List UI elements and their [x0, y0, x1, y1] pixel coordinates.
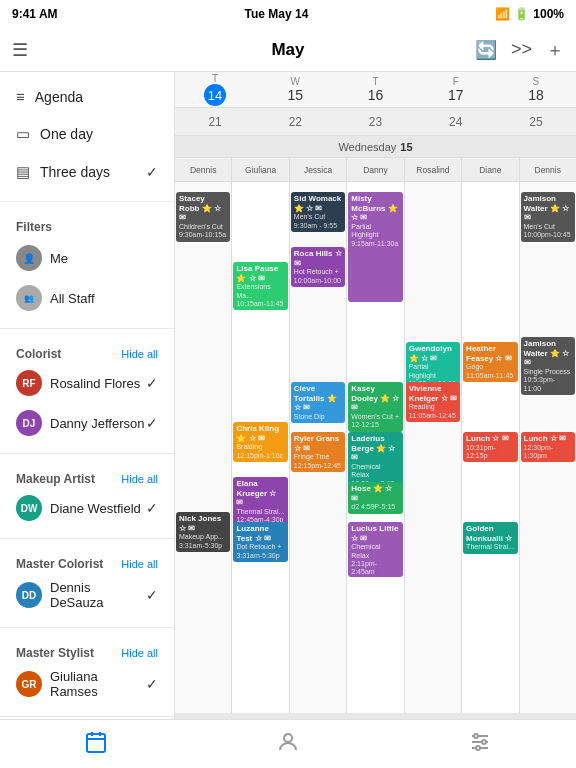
dennis-label: Dennis DeSauza — [50, 580, 146, 610]
tab-bar — [0, 719, 576, 768]
master-colorist-label: Master Colorist — [16, 557, 103, 571]
cal-col-1: Lisa Pause ⭐ ☆ ✉ Extensions Ma... 10:15a… — [232, 182, 289, 713]
appt-service: Partial Highlight — [351, 223, 399, 240]
appt-jamison-2[interactable]: Jamison Walter ⭐ ☆ ✉ Single Process 10:5… — [521, 337, 575, 395]
dennis-check: ✓ — [146, 587, 158, 603]
appt-name: Hose ⭐ ☆ ✉ — [351, 484, 399, 503]
master-stylist-giuliana[interactable]: GR Giuliana Ramses ✓ — [0, 662, 174, 706]
appt-time: 12:15pm-12:45 — [294, 462, 342, 470]
week-cell-14: T 14 — [175, 72, 255, 107]
appt-lunch-1[interactable]: Lunch ☆ ✉ 10:31pm-12:15p — [463, 432, 517, 462]
appt-chris[interactable]: Chris Kling ⭐ ☆ ✉ Braiding 12:15pm-1:16c — [233, 422, 287, 462]
sidebar: ≡ Agenda ▭ One day ▤ Three days ✓ Filter… — [0, 72, 175, 719]
appt-luzanne[interactable]: Luzanne Test ☆ ✉ Dot Retouch + 3:31am-5:… — [233, 522, 287, 562]
sidebar-item-three-days[interactable]: ▤ Three days ✓ — [0, 153, 174, 191]
master-colorist-hide-all[interactable]: Hide all — [121, 558, 158, 570]
day-num-18: 18 — [528, 87, 544, 103]
divider-5 — [0, 627, 174, 628]
appt-heather[interactable]: Heather Feasey ☆ ✉ Gogo 11:05am-11:45 — [463, 342, 517, 382]
week-cell-16: T 16 — [335, 72, 415, 107]
sidebar-item-one-day[interactable]: ▭ One day — [0, 115, 174, 153]
appt-time: 9:30am - 9:55 — [294, 222, 342, 230]
appt-time: 10:31pm-12:15p — [466, 444, 514, 461]
appt-time: d2 4:59P-5:15 — [351, 503, 399, 511]
sidebar-item-agenda[interactable]: ≡ Agenda — [0, 78, 174, 115]
appt-lucius[interactable]: Lucius Little ☆ ✉ Chemical Relax 2:11pm-… — [348, 522, 402, 577]
giuliana-label: Giuliana Ramses — [50, 669, 146, 699]
all-staff-avatar: 👥 — [16, 285, 42, 311]
appt-name: Misty McBurns ⭐ ☆ ✉ — [351, 194, 399, 223]
appt-service: Extensions Ma... — [236, 283, 284, 300]
status-time: 9:41 AM — [12, 7, 58, 21]
appt-roca[interactable]: Roca Hills ☆ ✉ Hot Retouch + 10:00am-10:… — [291, 247, 345, 287]
appt-name: Laderius Berge ⭐ ☆ ✉ — [351, 434, 399, 463]
master-stylist-hide-all[interactable]: Hide all — [121, 647, 158, 659]
appt-kasey[interactable]: Kasey Dooley ⭐ ☆ ✉ Women's Cut + 12-12:1… — [348, 382, 402, 432]
me-avatar: 👤 — [16, 245, 42, 271]
forward-button[interactable]: >> — [511, 39, 532, 60]
today-date: 15 — [400, 141, 412, 153]
master-stylist-header: Master Stylist Hide all — [0, 638, 174, 662]
master-stylist-section: Master Stylist Hide all GR Giuliana Rams… — [0, 632, 174, 712]
staff-dennis: Dennis — [175, 158, 232, 181]
svg-rect-0 — [87, 734, 105, 752]
appt-elana[interactable]: Elana Krueger ☆ ✉ Thermal Strai... 12:45… — [233, 477, 287, 527]
menu-button[interactable]: ☰ — [12, 39, 28, 61]
week-cell-18: S 18 — [496, 72, 576, 107]
colorist-hide-all[interactable]: Hide all — [121, 348, 158, 360]
makeup-header: Makeup Artist Hide all — [0, 464, 174, 488]
filter-me[interactable]: 👤 Me — [0, 238, 174, 278]
colorist-rosalind[interactable]: RF Rosalind Flores ✓ — [0, 363, 174, 403]
appt-cleve[interactable]: Cleve Tortallis ⭐ ☆ ✉ Stone Dip — [291, 382, 345, 423]
tab-calendar[interactable] — [0, 730, 192, 759]
appt-vivienne[interactable]: Vivienne Knelger ☆ ✉ Reading 11:05am-12:… — [406, 382, 460, 422]
filters-label: Filters — [0, 212, 174, 238]
appt-nick[interactable]: Nick Jones ☆ ✉ Makeup App... 3:31am-5:30… — [176, 512, 230, 552]
appt-name: Heather Feasey ☆ ✉ — [466, 344, 514, 363]
appt-time: 12-12:15 — [351, 421, 399, 429]
header-title: May — [271, 40, 304, 60]
week-cell-17: F 17 — [416, 72, 496, 107]
makeup-diane[interactable]: DW Diane Westfield ✓ — [0, 488, 174, 528]
status-bar: 9:41 AM Tue May 14 📶 🔋 100% — [0, 0, 576, 28]
three-days-icon: ▤ — [16, 163, 30, 181]
makeup-hide-all[interactable]: Hide all — [121, 473, 158, 485]
profile-tab-icon — [276, 730, 300, 759]
appt-ryler[interactable]: Ryler Grans ☆ ✉ Fringe Tme 12:15pm-12:45 — [291, 432, 345, 472]
day-letter-4: S — [533, 76, 540, 87]
appt-name: Vivienne Knelger ☆ ✉ — [409, 384, 457, 403]
appt-jamison-1[interactable]: Jamison Walter ⭐ ☆ ✉ Men's Cut 10:00pm-1… — [521, 192, 575, 242]
cal-col-4: Gwendolyn ⭐ ☆ ✉ Partial Highlight 11:00a… — [405, 182, 462, 713]
appt-hose[interactable]: Hose ⭐ ☆ ✉ d2 4:59P-5:15 — [348, 482, 402, 514]
tab-profile[interactable] — [192, 730, 384, 759]
danny-avatar: DJ — [16, 410, 42, 436]
appt-golden[interactable]: Golden Monkualli ☆ Thermal Strai... — [463, 522, 517, 554]
appt-service: Chemical Relax — [351, 463, 399, 480]
appt-lisa-pause[interactable]: Lisa Pause ⭐ ☆ ✉ Extensions Ma... 10:15a… — [233, 262, 287, 310]
appt-service: Thermal Strai... — [236, 508, 284, 516]
tab-filters[interactable] — [384, 730, 576, 759]
danny-label: Danny Jefferson — [50, 416, 144, 431]
refresh-button[interactable]: 🔄 — [475, 39, 497, 61]
appt-lunch-2[interactable]: Lunch ☆ ✉ 12:30pm-1:30pm — [521, 432, 575, 462]
appt-sid[interactable]: Sid Womack ⭐ ☆ ✉ Men's Cut 9:30am - 9:55 — [291, 192, 345, 232]
appt-name: Jamison Walter ⭐ ☆ ✉ — [524, 339, 572, 368]
appt-service: Thermal Strai... — [466, 543, 514, 551]
appt-name: Lisa Pause ⭐ ☆ ✉ — [236, 264, 284, 283]
filter-all-staff[interactable]: 👥 All Staff — [0, 278, 174, 318]
master-colorist-dennis[interactable]: DD Dennis DeSauza ✓ — [0, 573, 174, 617]
day-letter-2: T — [372, 76, 378, 87]
week-row-2: 21 22 23 24 25 — [175, 108, 576, 136]
add-button[interactable]: ＋ — [546, 38, 564, 62]
appt-time: 10:00pm-10:45 — [524, 231, 572, 239]
appt-service: Makeup App... — [179, 533, 227, 541]
appt-misty[interactable]: Misty McBurns ⭐ ☆ ✉ Partial Highlight 9:… — [348, 192, 402, 302]
appt-time: 2:11pm-2:45am — [351, 560, 399, 577]
colorist-danny[interactable]: DJ Danny Jefferson ✓ — [0, 403, 174, 443]
three-days-check: ✓ — [146, 164, 158, 180]
diane-check: ✓ — [146, 500, 158, 516]
appt-service: Braiding — [236, 443, 284, 451]
appt-stacey[interactable]: Stacey Robb ⭐ ☆ ✉ Children's Cut 9:30am-… — [176, 192, 230, 242]
divider-6 — [0, 716, 174, 717]
cal-col-6: Jamison Walter ⭐ ☆ ✉ Men's Cut 10:00pm-1… — [520, 182, 576, 713]
